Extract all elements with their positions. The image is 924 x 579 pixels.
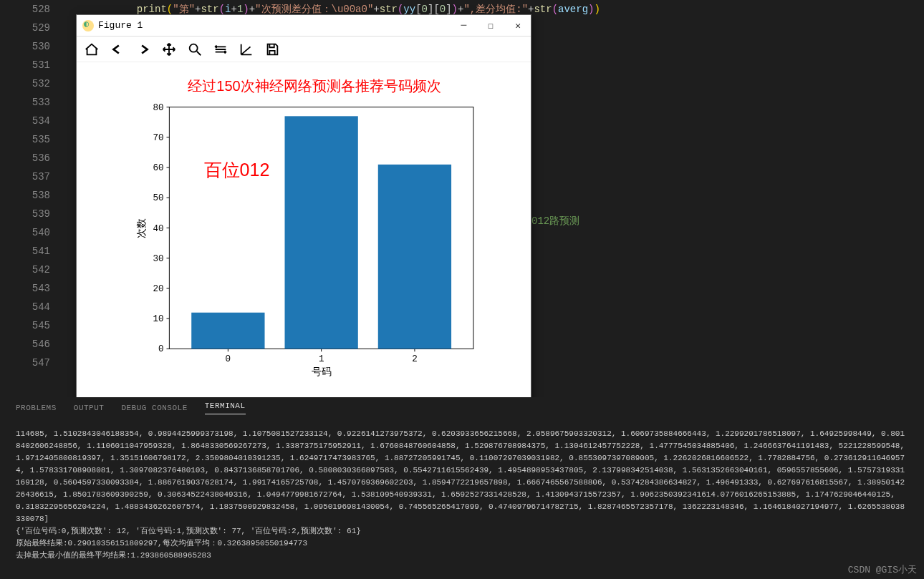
svg-text:80: 80 [153,103,164,113]
back-icon[interactable] [110,42,125,57]
bar-0 [191,313,264,349]
y-ticks: 0 10 20 30 40 50 60 70 80 [153,103,170,355]
chart-annotation: 百位012 [204,160,270,180]
line-num: 528 [0,0,50,19]
line-num: 531 [0,56,50,74]
forward-icon[interactable] [135,42,151,57]
maximize-button[interactable]: ☐ [483,19,498,33]
minimize-button[interactable]: ─ [457,19,471,33]
svg-text:60: 60 [153,163,164,173]
line-num: 533 [0,93,50,112]
figure-plot-area: 经过150次神经网络预测各推荐号码频次 0 10 20 30 40 50 60 … [77,62,531,403]
x-ticks: 0 1 2 [226,349,418,364]
line-gutter: 528 529 530 531 532 533 534 535 536 537 … [0,0,64,394]
line-num: 534 [0,112,50,130]
matplotlib-icon [82,20,94,31]
svg-text:30: 30 [153,254,164,264]
bar-2 [378,165,451,349]
home-icon[interactable] [84,42,100,57]
code-comment-fragment: 012路预测 [531,215,579,228]
figure-titlebar[interactable]: Figure 1 ─ ☐ ✕ [77,15,531,37]
line-num: 539 [0,205,50,223]
svg-text:10: 10 [153,314,164,324]
close-button[interactable]: ✕ [511,19,525,33]
line-num: 540 [0,223,50,242]
axes-icon[interactable] [239,42,254,57]
bar-chart: 0 10 20 30 40 50 60 70 80 [120,100,509,376]
svg-point-0 [190,44,198,52]
zoom-icon[interactable] [187,42,203,57]
line-num: 532 [0,74,50,93]
line-num: 536 [0,149,50,167]
figure-toolbar [77,37,531,62]
line-num: 543 [0,279,50,298]
save-icon[interactable] [264,42,280,57]
svg-text:2: 2 [412,354,418,364]
terminal-output[interactable]: 114685, 1.5102843046188354, 0.9894425999… [0,422,924,579]
panel-tabs: PROBLEMS OUTPUT DEBUG CONSOLE TERMINAL [0,397,924,419]
watermark: CSDN @GIS小天 [848,563,917,576]
svg-text:40: 40 [153,224,164,234]
line-num: 538 [0,186,50,205]
svg-text:0: 0 [158,344,164,354]
line-num: 529 [0,19,50,37]
line-num: 541 [0,242,50,261]
pan-icon[interactable] [161,42,177,57]
chart-title: 经过150次神经网络预测各推荐号码频次 [120,77,509,96]
tab-terminal[interactable]: TERMINAL [205,402,246,414]
line-num: 547 [0,354,50,372]
line-num: 542 [0,261,50,279]
tab-problems[interactable]: PROBLEMS [16,404,57,412]
svg-text:1: 1 [319,354,324,364]
bar-1 [285,116,358,349]
line-num: 535 [0,130,50,149]
tab-output[interactable]: OUTPUT [74,404,105,412]
line-num: 544 [0,298,50,316]
line-num: 537 [0,167,50,186]
svg-text:50: 50 [153,193,164,203]
svg-text:70: 70 [153,133,164,143]
line-num: 546 [0,335,50,354]
svg-text:20: 20 [153,284,164,294]
x-axis-label: 号码 [312,366,332,376]
tab-debug-console[interactable]: DEBUG CONSOLE [121,404,187,412]
figure-title: Figure 1 [98,20,143,31]
svg-text:0: 0 [226,354,231,364]
y-axis-label: 次数 [136,218,147,238]
line-num: 530 [0,37,50,56]
subplots-icon[interactable] [213,42,228,57]
matplotlib-figure-window: Figure 1 ─ ☐ ✕ 经过150次神经网络预测各推荐号码频次 0 10 … [76,14,531,404]
line-num: 545 [0,316,50,335]
